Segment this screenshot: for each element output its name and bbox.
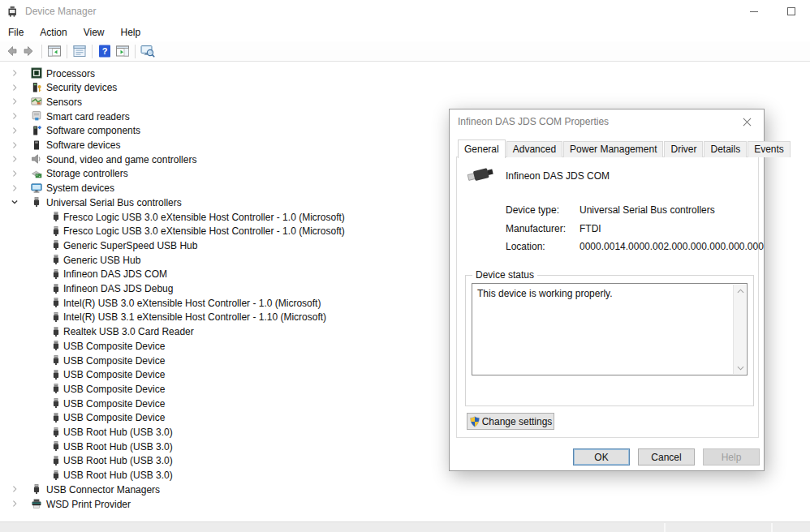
tree-item[interactable]: Generic SuperSpeed USB Hub bbox=[0, 238, 449, 252]
usb-icon bbox=[50, 455, 62, 466]
back-icon[interactable] bbox=[2, 42, 20, 60]
security-icon bbox=[31, 82, 42, 93]
tree-item[interactable]: USB Composite Device bbox=[0, 367, 449, 382]
toolbar-separator bbox=[135, 45, 136, 58]
general-tab-panel: Infineon DAS JDS COM Device type:Univers… bbox=[456, 157, 759, 438]
device-field-row: Manufacturer:FTDI bbox=[457, 223, 758, 235]
help-icon[interactable]: ? bbox=[96, 42, 114, 60]
window-titlebar: Device Manager bbox=[0, 0, 810, 23]
tree-item[interactable]: USB Root Hub (USB 3.0) bbox=[0, 468, 449, 483]
tree-item[interactable]: Software components bbox=[0, 123, 449, 138]
tree-item-label: Infineon DAS JDS Debug bbox=[63, 283, 173, 294]
tree-item-label: USB Composite Device bbox=[63, 341, 165, 352]
menu-item-file[interactable]: File bbox=[0, 24, 32, 41]
close-icon[interactable] bbox=[730, 109, 764, 134]
tab-driver[interactable]: Driver bbox=[664, 141, 703, 157]
tree-item[interactable]: USB Composite Device bbox=[0, 381, 449, 396]
tree-item[interactable]: Smart card readers bbox=[0, 109, 449, 123]
chevron-right-icon[interactable] bbox=[8, 182, 21, 195]
show-console-tree-icon[interactable] bbox=[45, 42, 63, 60]
chevron-right-icon[interactable] bbox=[8, 167, 21, 180]
chevron-right-icon[interactable] bbox=[8, 81, 21, 94]
change-settings-button[interactable]: Change settings bbox=[467, 413, 554, 430]
tab-advanced[interactable]: Advanced bbox=[506, 141, 562, 157]
chevron-right-icon[interactable] bbox=[8, 66, 21, 79]
tree-item[interactable]: WSD Print Provider bbox=[0, 496, 449, 511]
chevron-right-icon[interactable] bbox=[8, 483, 21, 496]
usb-icon bbox=[50, 397, 62, 409]
tree-item-label: USB Composite Device bbox=[63, 412, 165, 423]
chevron-down-icon[interactable] bbox=[8, 195, 21, 208]
dialog-tabs: GeneralAdvancedPower ManagementDriverDet… bbox=[458, 141, 757, 157]
tree-item[interactable]: Security devices bbox=[0, 80, 449, 95]
tree-item[interactable]: Generic USB Hub bbox=[0, 252, 449, 267]
tree-item[interactable]: USB Connector Managers bbox=[0, 482, 449, 496]
scroll-down-icon[interactable] bbox=[734, 362, 747, 374]
tree-item[interactable]: USB Composite Device bbox=[0, 396, 449, 410]
tree-item[interactable]: Infineon DAS JDS Debug bbox=[0, 281, 449, 296]
properties-icon[interactable] bbox=[71, 42, 88, 60]
tree-item[interactable]: USB Root Hub (USB 3.0) bbox=[0, 439, 449, 453]
forward-icon[interactable] bbox=[20, 42, 38, 60]
menu-item-view[interactable]: View bbox=[75, 24, 113, 41]
device-status-group: Device status This device is working pro… bbox=[465, 275, 754, 406]
tree-item[interactable]: Intel(R) USB 3.0 eXtensible Host Control… bbox=[0, 295, 449, 310]
tree-item[interactable]: System devices bbox=[0, 181, 449, 195]
status-scrollbar[interactable] bbox=[733, 285, 746, 374]
scan-hardware-changes-icon[interactable] bbox=[139, 42, 157, 60]
tree-item[interactable]: Fresco Logic USB 3.0 eXtensible Host Con… bbox=[0, 209, 449, 224]
usb-icon bbox=[50, 440, 62, 452]
software-components-icon bbox=[31, 125, 42, 136]
chevron-right-icon[interactable] bbox=[8, 497, 21, 510]
chevron-right-icon[interactable] bbox=[8, 124, 21, 137]
tab-general[interactable]: General bbox=[458, 139, 506, 158]
toolbar: ? bbox=[0, 41, 810, 62]
tree-item[interactable]: USB Composite Device bbox=[0, 353, 449, 367]
tree-item[interactable]: USB Root Hub (USB 3.0) bbox=[0, 453, 449, 468]
tree-item[interactable]: Sensors bbox=[0, 94, 449, 109]
minimize-icon bbox=[750, 11, 758, 12]
tree-item[interactable]: USB Composite Device bbox=[0, 410, 449, 425]
tree-item[interactable]: Software devices bbox=[0, 138, 449, 152]
scroll-up-icon[interactable] bbox=[734, 285, 747, 297]
tree-item[interactable]: Universal Serial Bus controllers bbox=[0, 195, 449, 209]
chevron-right-icon[interactable] bbox=[8, 109, 21, 122]
tree-item[interactable]: Fresco Logic USB 3.0 eXtensible Host Con… bbox=[0, 224, 449, 238]
tree-item[interactable]: Intel(R) USB 3.1 eXtensible Host Control… bbox=[0, 310, 449, 324]
tree-item[interactable]: Realtek USB 3.0 Card Reader bbox=[0, 324, 449, 339]
field-value: FTDI bbox=[579, 223, 601, 234]
minimize-button[interactable] bbox=[735, 0, 773, 23]
maximize-button[interactable] bbox=[773, 0, 810, 23]
tree-item-label: USB Composite Device bbox=[63, 369, 165, 380]
tree-item[interactable]: Sound, video and game controllers bbox=[0, 152, 449, 166]
tree-item-label: Infineon DAS JDS COM bbox=[63, 268, 167, 280]
tab-power-management[interactable]: Power Management bbox=[563, 141, 663, 157]
tree-item-label: USB Root Hub (USB 3.0) bbox=[63, 455, 173, 466]
chevron-right-icon[interactable] bbox=[8, 152, 21, 165]
usb-icon bbox=[50, 225, 62, 237]
strip-separator bbox=[664, 523, 666, 532]
device-status-label: Device status bbox=[472, 269, 537, 281]
system-icon bbox=[31, 182, 42, 194]
usb-icon bbox=[31, 196, 42, 208]
action-pane-icon[interactable] bbox=[114, 42, 131, 60]
ok-button[interactable]: OK bbox=[573, 448, 630, 466]
storage-icon bbox=[31, 168, 42, 179]
cancel-button[interactable]: Cancel bbox=[638, 448, 695, 466]
menu-item-action[interactable]: Action bbox=[32, 24, 75, 41]
maximize-icon bbox=[787, 7, 795, 15]
chevron-right-icon[interactable] bbox=[8, 95, 21, 108]
tree-item-label: USB Composite Device bbox=[63, 355, 165, 367]
tree-item[interactable]: Infineon DAS JDS COM bbox=[0, 267, 449, 281]
change-settings-label: Change settings bbox=[482, 416, 553, 427]
tab-events[interactable]: Events bbox=[748, 141, 791, 157]
usb-icon bbox=[31, 483, 42, 495]
tree-item[interactable]: Processors bbox=[0, 66, 449, 80]
tree-item-label: USB Composite Device bbox=[63, 384, 165, 395]
chevron-right-icon[interactable] bbox=[8, 139, 21, 152]
menu-item-help[interactable]: Help bbox=[113, 24, 149, 41]
tree-item[interactable]: USB Composite Device bbox=[0, 338, 449, 353]
tree-item[interactable]: USB Root Hub (USB 3.0) bbox=[0, 425, 449, 440]
tree-item[interactable]: Storage controllers bbox=[0, 166, 449, 181]
tab-details[interactable]: Details bbox=[704, 141, 747, 157]
